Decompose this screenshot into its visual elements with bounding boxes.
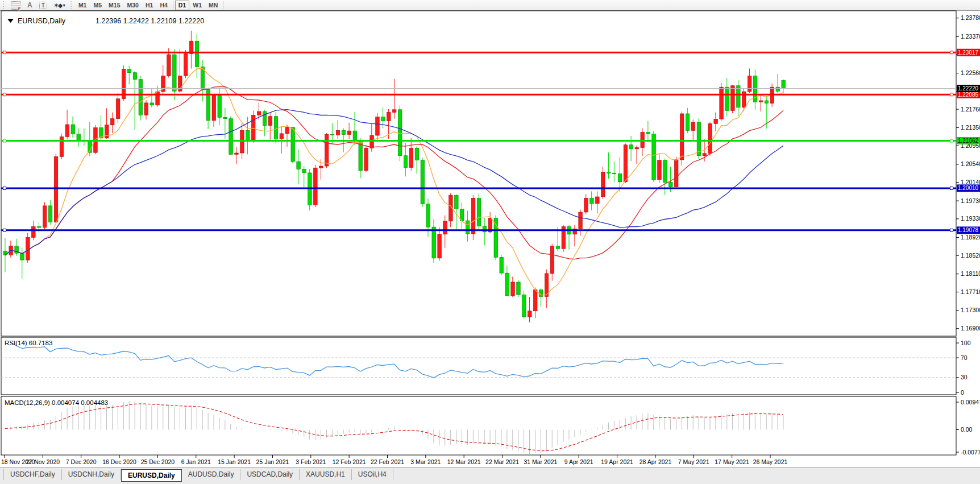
price-level-badge-text: 1.21062 <box>958 138 979 144</box>
rsi-axis-label: 30 <box>961 374 967 380</box>
date-axis-label: 28 Apr 2021 <box>640 458 672 465</box>
candle-body <box>697 122 701 156</box>
rsi-axis-label: 0 <box>961 389 964 396</box>
candle-body <box>184 53 188 76</box>
macd-panel-title: MACD(12,26,9) 0.004074 0.004483 <box>5 399 108 406</box>
candle-body <box>240 130 244 153</box>
mt4-window: { "toolbar": { "grid_icon_label": "F", "… <box>0 0 980 484</box>
candle-body <box>528 311 532 317</box>
candle-body <box>398 110 402 156</box>
line-drag-handle[interactable] <box>950 229 953 231</box>
main-chart-panel[interactable] <box>1 11 956 336</box>
price-axis-label: 1.18110 <box>961 270 980 277</box>
candle-body <box>409 148 413 167</box>
candle-body <box>167 55 171 76</box>
rsi-panel[interactable] <box>1 337 956 395</box>
symbol-tab-XAUUSD[interactable]: XAUUSD,H1 <box>300 469 352 480</box>
candle-body <box>54 156 58 222</box>
date-axis-label: 22 Mar 2021 <box>485 458 519 465</box>
symbol-tab-EURUSD[interactable]: EURUSD,Daily <box>121 469 182 482</box>
line-drag-handle[interactable] <box>3 187 6 189</box>
candle-body <box>731 86 735 111</box>
candle-body <box>618 174 622 182</box>
current-price-badge-text: 1.22220 <box>958 85 979 92</box>
date-axis-label: 3 Feb 2021 <box>296 458 326 465</box>
candle-body <box>263 111 267 126</box>
date-axis-label: 22 Feb 2021 <box>371 458 404 465</box>
candle-body <box>285 127 289 134</box>
line-drag-handle[interactable] <box>950 139 953 142</box>
candle-body <box>26 237 30 260</box>
price-axis-label: 1.20140 <box>961 179 980 185</box>
candle-body <box>319 166 323 168</box>
candle-body <box>133 73 137 80</box>
line-drag-handle[interactable] <box>3 93 6 96</box>
price-level-badge-text: 1.22085 <box>958 92 979 98</box>
candle-body <box>612 173 616 174</box>
candle-body <box>387 113 391 121</box>
date-axis-label: 25 Jan 2021 <box>256 458 289 465</box>
candle-body <box>139 80 143 115</box>
symbol-tab-USDCAD[interactable]: USDCAD,Daily <box>240 469 300 480</box>
date-axis-label: 7 Dec 2020 <box>66 458 97 465</box>
candle-body <box>359 141 363 171</box>
candle-body <box>737 86 741 107</box>
candle-body <box>748 76 751 92</box>
line-drag-handle[interactable] <box>950 51 953 54</box>
candle-body <box>517 282 521 295</box>
price-axis-label: 1.22560 <box>961 69 980 76</box>
candle-body <box>218 95 222 117</box>
candle-body <box>674 160 678 187</box>
candle-body <box>364 148 368 171</box>
candle-body <box>782 81 786 89</box>
candle-body <box>522 295 526 317</box>
candle-body <box>291 127 295 162</box>
candle-body <box>714 119 718 123</box>
candle-body <box>691 122 695 130</box>
symbol-tab-USDCHF[interactable]: USDCHF,Daily <box>3 469 62 480</box>
candle-body <box>505 273 509 296</box>
candle-body <box>173 55 177 91</box>
date-axis-label: 3 Mar 2021 <box>410 458 441 465</box>
line-drag-handle[interactable] <box>3 139 6 142</box>
candle-body <box>494 218 498 257</box>
price-level-badge-text: 1.23017 <box>958 49 979 56</box>
candle-body <box>116 99 120 119</box>
date-axis-label: 12 Feb 2021 <box>333 458 366 465</box>
date-axis-label: 25 Dec 2020 <box>141 458 175 465</box>
candle-body <box>438 234 442 258</box>
macd-axis-label: 0.009478 <box>961 399 980 406</box>
candle-body <box>703 154 707 156</box>
symbol-tab-USDCNH[interactable]: USDCNH,Daily <box>62 469 121 480</box>
macd-panel[interactable] <box>1 396 956 455</box>
chart-canvas[interactable]: 1.237801.233701.229701.225601.221501.217… <box>0 0 980 468</box>
price-axis-label: 1.23780 <box>961 14 980 21</box>
line-drag-handle[interactable] <box>3 51 6 54</box>
candle-body <box>460 209 464 221</box>
candle-body <box>466 221 470 234</box>
candle-body <box>646 132 650 134</box>
candle-body <box>156 92 160 105</box>
line-drag-handle[interactable] <box>950 93 953 96</box>
candle-body <box>336 130 340 135</box>
date-axis-label: 27 Nov 2020 <box>26 458 60 465</box>
candle-body <box>556 246 560 249</box>
date-axis-label: 15 Jan 2021 <box>218 458 251 465</box>
date-axis-label: 7 May 2021 <box>678 458 709 465</box>
candle-body <box>426 204 430 227</box>
candle-body <box>105 125 109 138</box>
candle-body <box>624 145 628 182</box>
line-drag-handle[interactable] <box>950 187 953 189</box>
price-axis-label: 1.23370 <box>961 33 980 40</box>
candle-body <box>725 87 729 110</box>
line-drag-handle[interactable] <box>3 229 6 231</box>
candle-body <box>297 162 301 169</box>
rsi-panel-title: RSI(14) 60.7183 <box>5 340 52 346</box>
candle-body <box>443 221 447 234</box>
chart-title-symbol: EURUSD,Daily <box>18 17 66 25</box>
candle-body <box>584 198 588 212</box>
candle-body <box>392 110 396 113</box>
candle-body <box>511 282 515 296</box>
symbol-tab-USOil[interactable]: USOil,H4 <box>352 469 393 480</box>
symbol-tab-AUDUSD[interactable]: AUDUSD,Daily <box>182 469 241 480</box>
